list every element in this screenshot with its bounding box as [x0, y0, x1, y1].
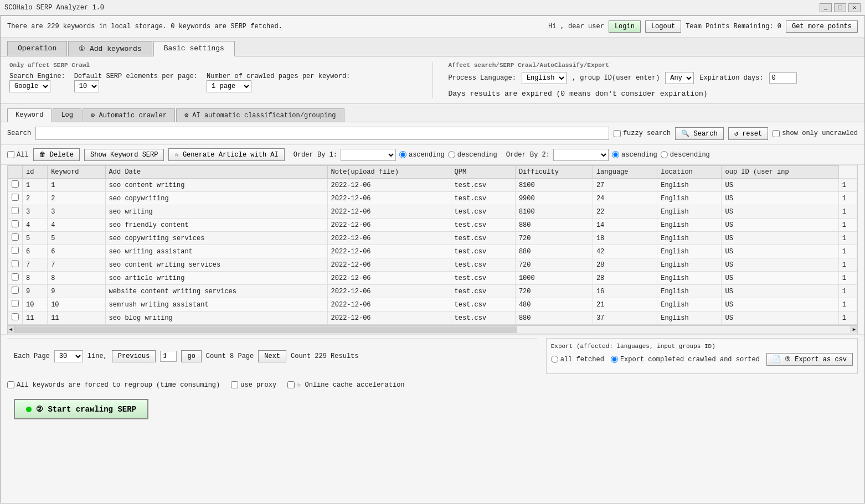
all-fetched-radio[interactable] — [551, 356, 558, 363]
row-location: US — [722, 205, 838, 219]
row-checkbox-cell[interactable] — [8, 285, 23, 298]
logout-button[interactable]: Logout — [645, 20, 681, 33]
start-crawl-button[interactable]: ② Start crawling SERP — [14, 399, 148, 419]
fuzzy-search-checkbox[interactable] — [614, 130, 621, 137]
row-checkbox[interactable] — [12, 220, 19, 227]
asc-2-label[interactable]: ascending — [612, 151, 657, 159]
row-checkbox[interactable] — [12, 300, 19, 307]
th-checkbox — [8, 166, 23, 179]
online-cache-label[interactable]: ☆ Online cache acceleration — [287, 381, 404, 389]
close-button[interactable]: ✕ — [848, 3, 861, 12]
desc-1-label[interactable]: descending — [448, 151, 497, 159]
row-checkbox[interactable] — [12, 180, 19, 188]
row-checkbox[interactable] — [12, 233, 19, 241]
row-difficulty: 27 — [593, 179, 657, 192]
force-regroup-label[interactable]: All keywords are forced to regroup (time… — [7, 381, 220, 389]
show-uncrawled-label[interactable]: show only uncrawled — [773, 129, 858, 137]
online-cache-checkbox[interactable] — [287, 381, 295, 388]
tab-keyword[interactable]: Keyword — [7, 108, 52, 122]
tab-automatic-crawler[interactable]: ⚙ Automatic crawler — [83, 108, 175, 122]
search-button[interactable]: 🔍 Search — [675, 127, 723, 140]
row-checkbox-cell[interactable] — [8, 245, 23, 258]
show-serp-button[interactable]: Show Keyword SERP — [84, 149, 164, 161]
export-sorted-radio[interactable] — [611, 356, 618, 363]
row-checkbox[interactable] — [12, 247, 19, 254]
get-more-points-button[interactable]: Get more points — [786, 20, 858, 33]
row-add-date: 2022-12-06 — [327, 298, 451, 311]
row-checkbox[interactable] — [12, 207, 19, 214]
group-id-select[interactable]: Any 1 2 — [665, 72, 694, 84]
row-checkbox[interactable] — [12, 287, 19, 294]
scroll-left-button[interactable]: ◀ — [8, 326, 14, 332]
app-title: SCOHalo SERP Analyzer 1.0 — [4, 4, 820, 12]
page-size-select[interactable]: 30 50 100 — [54, 350, 83, 362]
row-checkbox-cell[interactable] — [8, 272, 23, 285]
export-panel: Export (affected: languages, input group… — [546, 338, 858, 374]
reset-button[interactable]: ↺ reset — [728, 127, 768, 140]
search-input[interactable] — [35, 127, 609, 140]
keyword-table-container[interactable]: id Keyword Add Date Note(upload file) QP… — [7, 165, 858, 325]
expiration-input[interactable] — [769, 72, 797, 84]
row-checkbox-cell[interactable] — [8, 179, 23, 192]
row-keyword: seo content writing services — [105, 258, 327, 272]
ascending-1-radio[interactable] — [399, 151, 406, 158]
keyword-toolbar: Search fuzzy search 🔍 Search ↺ reset sho… — [1, 122, 864, 145]
force-regroup-checkbox[interactable] — [7, 381, 14, 388]
row-group-id: 1 — [838, 219, 857, 232]
default-serp-select[interactable]: 10 20 50 — [74, 80, 99, 92]
search-engine-select[interactable]: Google Bing Yahoo — [9, 80, 50, 92]
descending-2-radio[interactable] — [661, 151, 668, 158]
order-by-1-select[interactable] — [341, 149, 396, 161]
table-body: 1 1 seo content writing 2022-12-06 test.… — [8, 179, 857, 325]
login-button[interactable]: Login — [609, 20, 641, 33]
row-checkbox-cell[interactable] — [8, 311, 23, 325]
row-checkbox-cell[interactable] — [8, 219, 23, 232]
tab-add-keywords[interactable]: ① Add keywords — [68, 41, 152, 56]
tab-basic-settings[interactable]: Basic settings — [153, 41, 235, 56]
next-button[interactable]: Next — [258, 350, 286, 362]
process-lang-select[interactable]: English Spanish French — [522, 72, 567, 84]
fuzzy-search-label[interactable]: fuzzy search — [614, 129, 671, 137]
row-checkbox[interactable] — [12, 273, 19, 280]
ascending-2-radio[interactable] — [612, 151, 619, 158]
row-checkbox[interactable] — [12, 313, 19, 320]
minimize-button[interactable]: _ — [820, 3, 832, 12]
crawled-pages-select[interactable]: 1 page 2 pages 3 pages — [207, 80, 251, 92]
desc-2-label[interactable]: descending — [661, 151, 710, 159]
row-add-date: 2022-12-06 — [327, 192, 451, 205]
row-checkbox-cell[interactable] — [8, 298, 23, 311]
order-by-2-select[interactable] — [553, 149, 609, 161]
go-button[interactable]: go — [181, 350, 201, 362]
tab-log[interactable]: Log — [53, 108, 81, 122]
row-group-id: 1 — [838, 258, 857, 272]
row-checkbox-cell[interactable] — [8, 205, 23, 219]
row-language: English — [657, 258, 722, 272]
row-checkbox[interactable] — [12, 260, 19, 267]
all-fetched-label[interactable]: all fetched — [551, 356, 604, 363]
row-note: test.csv — [451, 311, 515, 325]
horizontal-scrollbar[interactable]: ◀ ▶ — [7, 325, 858, 334]
maximize-button[interactable]: □ — [834, 3, 846, 12]
use-proxy-label[interactable]: use proxy — [231, 381, 276, 389]
generate-article-button[interactable]: ☆ Generate Article with AI — [168, 148, 284, 161]
th-group-id: oup ID (user inp — [722, 166, 838, 179]
prev-button[interactable]: Previous — [112, 350, 156, 362]
select-all-checkbox[interactable] — [7, 151, 14, 158]
scroll-right-button[interactable]: ▶ — [851, 326, 857, 332]
row-checkbox-cell[interactable] — [8, 258, 23, 272]
row-checkbox-cell[interactable] — [8, 232, 23, 245]
page-number-input[interactable] — [160, 351, 177, 362]
row-checkbox[interactable] — [12, 194, 19, 201]
tab-ai-classify[interactable]: ⚙ AI automatic classification/grouping — [176, 108, 344, 122]
descending-1-radio[interactable] — [448, 151, 455, 158]
crawl-section: ② Start crawling SERP — [1, 392, 864, 426]
export-csv-button[interactable]: 📄 ⑤ Export as csv — [766, 353, 853, 366]
row-checkbox-cell[interactable] — [8, 192, 23, 205]
tab-operation[interactable]: Operation — [7, 41, 67, 56]
use-proxy-checkbox[interactable] — [231, 381, 238, 388]
export-sorted-label[interactable]: Export completed crawled and sorted — [611, 356, 760, 363]
delete-button[interactable]: 🗑 Delete — [33, 148, 80, 161]
show-uncrawled-checkbox[interactable] — [773, 130, 780, 137]
asc-1-label[interactable]: ascending — [399, 151, 445, 159]
all-checkbox-label[interactable]: All — [7, 151, 29, 159]
